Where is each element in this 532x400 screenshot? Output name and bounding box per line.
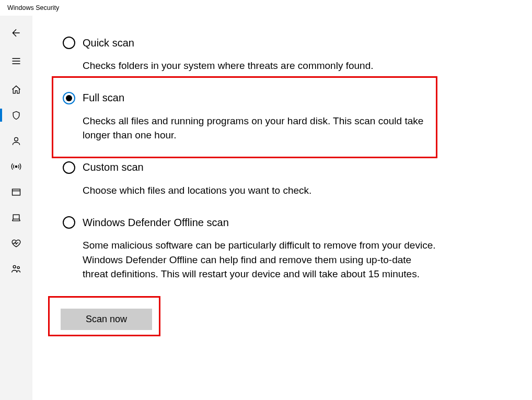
- menu-toggle[interactable]: [0, 50, 32, 73]
- laptop-icon: [11, 213, 21, 223]
- sidebar-item-firewall[interactable]: [0, 154, 32, 179]
- radio-offline-scan[interactable]: [63, 216, 75, 229]
- scan-now-button[interactable]: Scan now: [61, 309, 152, 330]
- sidebar: [0, 16, 32, 400]
- arrow-left-icon: [11, 28, 21, 38]
- scan-option-custom[interactable]: Custom scan Choose which files and locat…: [63, 161, 439, 198]
- svg-point-5: [17, 266, 19, 268]
- sidebar-item-account-protection[interactable]: [0, 128, 32, 154]
- sidebar-item-device-security[interactable]: [0, 205, 32, 230]
- option-title: Quick scan: [83, 37, 134, 49]
- radio-quick-scan[interactable]: [63, 37, 75, 49]
- main-content: Quick scan Checks folders in your system…: [32, 16, 532, 400]
- svg-point-1: [15, 166, 17, 167]
- heart-icon: [11, 238, 21, 249]
- scan-option-full[interactable]: Full scan Checks all files and running p…: [63, 92, 439, 143]
- family-icon: [11, 264, 21, 274]
- back-button[interactable]: [0, 20, 32, 45]
- broadcast-icon: [11, 161, 21, 172]
- option-title: Full scan: [83, 92, 124, 104]
- sidebar-item-family-options[interactable]: [0, 256, 32, 281]
- svg-point-0: [15, 137, 18, 141]
- option-title: Custom scan: [83, 161, 144, 173]
- window-icon: [11, 187, 21, 197]
- sidebar-item-home[interactable]: [0, 77, 32, 102]
- sidebar-item-app-browser[interactable]: [0, 179, 32, 205]
- radio-custom-scan[interactable]: [63, 161, 75, 174]
- radio-full-scan[interactable]: [63, 92, 75, 104]
- option-description: Choose which files and locations you wan…: [83, 183, 439, 198]
- svg-point-4: [13, 265, 16, 268]
- home-icon: [11, 85, 21, 95]
- option-description: Checks all files and running programs on…: [83, 114, 439, 143]
- shield-icon: [11, 110, 21, 121]
- svg-rect-2: [13, 189, 20, 195]
- option-title: Windows Defender Offline scan: [83, 217, 229, 229]
- sidebar-item-device-performance[interactable]: [0, 230, 32, 256]
- option-description: Some malicious software can be particula…: [83, 238, 439, 281]
- person-icon: [11, 136, 21, 146]
- scan-option-offline[interactable]: Windows Defender Offline scan Some malic…: [63, 216, 439, 281]
- scan-option-quick[interactable]: Quick scan Checks folders in your system…: [63, 37, 439, 73]
- window-title: Windows Security: [0, 0, 532, 16]
- hamburger-icon: [11, 56, 21, 66]
- sidebar-item-virus-protection[interactable]: [0, 102, 32, 128]
- option-description: Checks folders in your system where thre…: [83, 58, 439, 73]
- svg-rect-3: [13, 215, 19, 219]
